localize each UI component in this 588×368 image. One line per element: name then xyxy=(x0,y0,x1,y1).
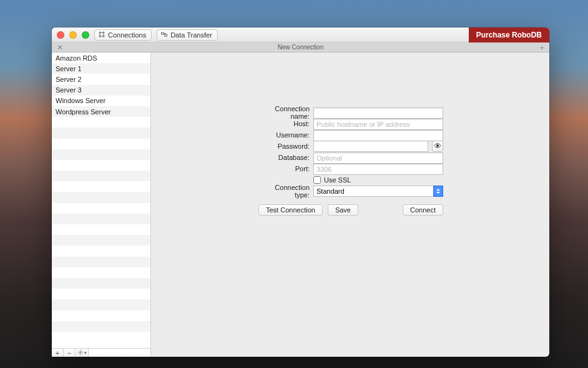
sidebar-item xyxy=(52,246,150,256)
username-label: Username: xyxy=(258,131,313,139)
window-body: Amazon RDSServer 1Server 2Server 3Window… xyxy=(52,52,549,357)
connection-name-input[interactable] xyxy=(313,107,443,119)
use-ssl-checkbox[interactable] xyxy=(313,176,321,184)
connection-form: Connection name: Host: Username: Passwor… xyxy=(258,106,443,216)
purchase-button[interactable]: Purchase RoboDB xyxy=(469,27,549,42)
sidebar-item xyxy=(52,289,150,299)
tab-title: New Connection xyxy=(278,44,323,51)
sidebar-item xyxy=(52,214,150,224)
data-transfer-icon xyxy=(160,31,168,39)
test-connection-button[interactable]: Test Connection xyxy=(258,204,323,216)
chevron-down-icon: ▾ xyxy=(84,351,87,356)
svg-rect-5 xyxy=(165,34,167,36)
sidebar-item xyxy=(52,332,150,342)
host-input[interactable] xyxy=(313,119,443,130)
add-tab-button[interactable]: ＋ xyxy=(538,42,546,52)
port-input[interactable] xyxy=(313,164,443,175)
sidebar-item[interactable]: Amazon RDS xyxy=(52,52,150,63)
sidebar-item xyxy=(52,299,150,310)
plus-icon: ＋ xyxy=(538,42,546,53)
sidebar-item xyxy=(52,321,150,332)
svg-point-2 xyxy=(99,35,100,36)
sidebar-item xyxy=(52,278,150,289)
sidebar-settings-button[interactable]: ▾ xyxy=(76,349,89,357)
sidebar-item xyxy=(52,181,150,192)
host-label: Host: xyxy=(258,120,313,127)
use-ssl-label: Use SSL xyxy=(324,176,351,184)
connection-name-label: Connection name: xyxy=(258,105,313,120)
close-icon: ✕ xyxy=(57,43,63,52)
app-window: Connections Data Transfer Purchase RoboD… xyxy=(52,27,549,357)
select-stepper-icon xyxy=(433,186,443,197)
gear-icon xyxy=(77,349,84,357)
sidebar-item xyxy=(52,192,150,202)
purchase-label: Purchase RoboDB xyxy=(476,31,542,39)
database-input[interactable] xyxy=(313,152,443,164)
sidebar-item[interactable]: Windows Server xyxy=(52,96,150,106)
connections-icon xyxy=(98,31,105,39)
eye-icon xyxy=(434,141,441,152)
svg-point-3 xyxy=(103,35,104,36)
sidebar-item[interactable]: Server 2 xyxy=(52,74,150,84)
svg-point-7 xyxy=(437,144,439,146)
sidebar-item xyxy=(52,203,150,214)
svg-point-6 xyxy=(79,351,81,353)
minus-icon: − xyxy=(67,349,71,357)
close-tab-button[interactable]: ✕ xyxy=(57,42,63,52)
show-password-button[interactable] xyxy=(432,141,443,152)
sidebar-item xyxy=(52,171,150,181)
connections-label: Connections xyxy=(108,31,146,39)
sidebar-item[interactable]: Server 3 xyxy=(52,85,150,96)
sidebar-item[interactable]: Server 1 xyxy=(52,63,150,74)
window-minimize-button[interactable] xyxy=(69,31,77,39)
window-zoom-button[interactable] xyxy=(82,31,89,39)
sidebar-item xyxy=(52,257,150,267)
svg-point-0 xyxy=(99,31,100,32)
password-label: Password: xyxy=(258,142,313,150)
connections-button[interactable]: Connections xyxy=(94,29,152,41)
connection-type-select[interactable]: Standard xyxy=(313,186,443,197)
main-panel: Connection name: Host: Username: Passwor… xyxy=(151,52,549,357)
svg-rect-4 xyxy=(162,32,164,34)
connection-type-value: Standard xyxy=(313,186,443,197)
remove-connection-button[interactable]: − xyxy=(64,349,76,357)
save-button[interactable]: Save xyxy=(328,204,358,216)
sidebar-item xyxy=(52,117,150,127)
data-transfer-label: Data Transfer xyxy=(170,31,212,39)
port-label: Port: xyxy=(258,165,313,172)
connect-button[interactable]: Connect xyxy=(403,204,443,216)
tab-bar: ✕ New Connection ＋ xyxy=(52,42,549,52)
add-connection-button[interactable]: + xyxy=(52,349,64,357)
sidebar-list: Amazon RDSServer 1Server 2Server 3Window… xyxy=(52,52,150,348)
sidebar-item xyxy=(52,139,150,149)
sidebar-item xyxy=(52,267,150,278)
data-transfer-button[interactable]: Data Transfer xyxy=(157,29,218,41)
sidebar-item xyxy=(52,127,150,138)
sidebar-item xyxy=(52,235,150,246)
password-input[interactable] xyxy=(313,141,428,152)
username-input[interactable] xyxy=(313,130,443,141)
sidebar-footer: + − ▾ xyxy=(52,348,150,357)
sidebar-item xyxy=(52,224,150,235)
window-close-button[interactable] xyxy=(57,31,64,39)
sidebar: Amazon RDSServer 1Server 2Server 3Window… xyxy=(52,52,151,357)
connection-type-label: Connection type: xyxy=(258,184,313,199)
titlebar: Connections Data Transfer Purchase RoboD… xyxy=(52,27,549,42)
sidebar-item[interactable]: Wordpress Server xyxy=(52,106,150,117)
plus-icon: + xyxy=(56,349,59,357)
sidebar-item xyxy=(52,149,150,160)
sidebar-item xyxy=(52,160,150,171)
svg-point-1 xyxy=(103,31,104,32)
traffic-lights xyxy=(57,31,89,39)
sidebar-item xyxy=(52,311,150,321)
database-label: Database: xyxy=(258,154,313,161)
